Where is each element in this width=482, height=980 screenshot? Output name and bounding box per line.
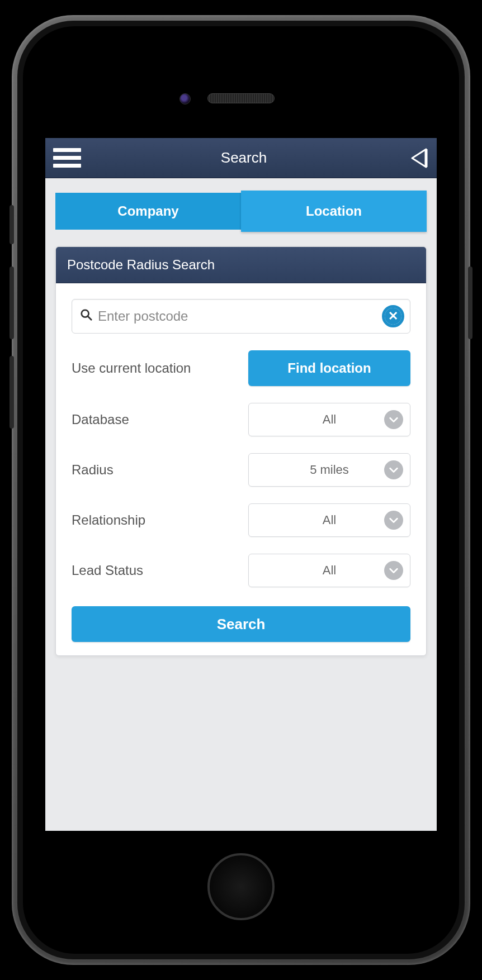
tab-company[interactable]: Company	[55, 193, 241, 230]
phone-earpiece	[207, 93, 275, 103]
tab-label: Company	[117, 203, 178, 219]
card-title: Postcode Radius Search	[56, 247, 426, 283]
phone-home-button[interactable]	[207, 853, 275, 920]
select-value: All	[323, 412, 336, 427]
relationship-label: Relationship	[72, 512, 145, 528]
content-area: Company Location Postcode Radius Search	[45, 178, 437, 670]
tab-label: Location	[306, 203, 362, 219]
lead-status-label: Lead Status	[72, 563, 143, 578]
postcode-input[interactable]	[98, 308, 382, 324]
relationship-select[interactable]: All	[248, 503, 410, 537]
tab-location[interactable]: Location	[241, 191, 427, 232]
chevron-down-icon	[384, 460, 403, 479]
phone-camera	[179, 93, 191, 104]
phone-volume-up	[10, 267, 14, 339]
clear-icon[interactable]: ✕	[382, 305, 404, 327]
phone-mute-switch	[10, 205, 14, 244]
database-select[interactable]: All	[248, 403, 410, 436]
radius-select[interactable]: 5 miles	[248, 453, 410, 487]
phone-power-button	[468, 267, 472, 339]
phone-frame: Search Company Location	[12, 15, 470, 965]
select-value: All	[323, 563, 336, 578]
lead-status-select[interactable]: All	[248, 554, 410, 587]
app-screen: Search Company Location	[45, 138, 437, 831]
back-icon[interactable]	[407, 147, 429, 169]
select-value: All	[323, 513, 336, 527]
radius-label: Radius	[72, 462, 114, 478]
postcode-input-row: ✕	[72, 299, 410, 334]
use-location-label: Use current location	[72, 360, 191, 376]
menu-icon[interactable]	[53, 147, 81, 169]
search-button[interactable]: Search	[72, 606, 410, 642]
chevron-down-icon	[384, 511, 403, 530]
search-card: Postcode Radius Search ✕ Use current l	[55, 246, 427, 656]
database-label: Database	[72, 412, 129, 427]
app-header: Search	[45, 138, 437, 178]
phone-volume-down	[10, 356, 14, 429]
find-location-button[interactable]: Find location	[248, 350, 410, 386]
chevron-down-icon	[384, 410, 403, 429]
chevron-down-icon	[384, 561, 403, 580]
search-icon	[80, 308, 92, 324]
tab-bar: Company Location	[55, 193, 427, 230]
page-title: Search	[221, 149, 267, 166]
svg-line-1	[88, 316, 91, 320]
select-value: 5 miles	[310, 463, 349, 477]
